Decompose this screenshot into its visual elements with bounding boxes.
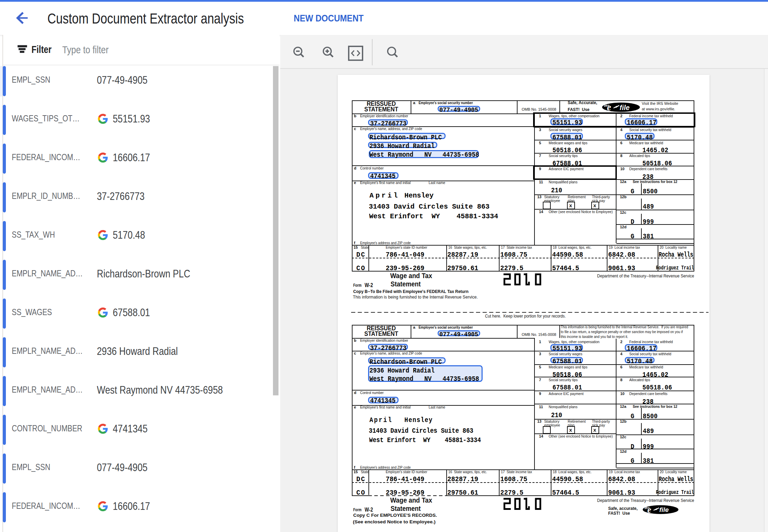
svg-text:file: file — [620, 104, 630, 111]
svg-text:file: file — [659, 506, 669, 514]
svg-text:e: e — [607, 102, 611, 112]
svg-text:e: e — [648, 505, 651, 514]
